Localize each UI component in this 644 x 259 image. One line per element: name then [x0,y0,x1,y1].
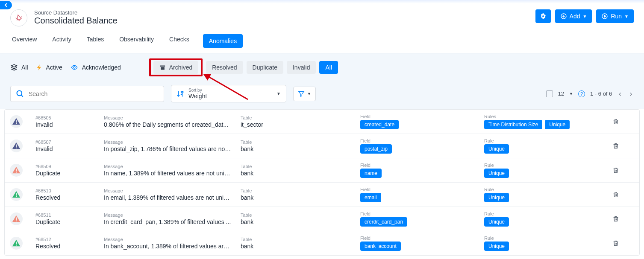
row-status: Resolved [35,194,104,201]
field-label: Field [360,236,484,241]
row-id: #68512 [35,237,104,242]
tab-overview[interactable]: Overview [10,36,38,53]
add-circle-icon [560,13,567,20]
trash-icon [612,215,619,223]
collapse-panel-tab[interactable] [0,1,12,9]
row-status: Duplicate [35,218,104,225]
rule-label: Rule [484,138,612,143]
page-prev[interactable]: ‹ [617,88,623,99]
table-label: Table [241,237,360,242]
toolbar: Sort by Weight ▼ ▼ 12 ▼ ? 1 - 6 of 6 ‹ › [0,81,644,109]
row-id: #68510 [35,188,104,193]
sort-dropdown[interactable]: Sort by Weight ▼ [171,85,286,102]
search-input[interactable] [29,90,159,97]
field-chip[interactable]: bank_account [360,242,401,251]
chevron-down-icon[interactable]: ▼ [569,92,573,96]
table-row[interactable]: #68509 Duplicate Message In name, 1.389%… [5,158,639,183]
filter-pill-resolved[interactable]: Resolved [206,61,243,74]
search-input-wrapper[interactable] [10,86,164,102]
sort-value: Weight [188,93,207,99]
table-label: Table [241,212,360,218]
svg-point-4 [16,123,17,124]
row-status: Duplicate [35,170,104,177]
rule-chip[interactable]: Unique [545,120,570,129]
chevron-down-icon: ▼ [307,92,311,96]
rule-chip[interactable]: Unique [484,242,509,251]
funnel-icon [298,90,305,97]
select-all-checkbox[interactable] [546,90,553,97]
field-label: Field [360,211,484,216]
eye-icon [70,64,79,71]
filter-pill-all[interactable]: All [319,61,338,74]
delete-button[interactable] [612,118,638,125]
delete-button[interactable] [612,166,638,174]
row-table: bank [241,146,360,152]
bolt-icon [36,64,43,71]
delete-button[interactable] [612,215,638,223]
rule-chip[interactable]: Unique [484,193,509,202]
svg-point-5 [16,147,17,148]
tab-activity[interactable]: Activity [50,36,73,53]
filter-pill-duplicate[interactable]: Duplicate [247,61,283,74]
table-row[interactable]: #68507 Invalid Message In postal_zip, 1.… [5,134,639,158]
delete-button[interactable] [612,191,638,198]
field-label: Field [360,187,484,192]
table-row[interactable]: #68510 Resolved Message In email, 1.389%… [5,183,639,207]
page-next[interactable]: › [628,88,634,99]
tab-observability[interactable]: Observability [118,36,156,53]
tab-checks[interactable]: Checks [168,36,191,53]
field-chip[interactable]: email [360,193,381,202]
message-label: Message [104,237,241,242]
search-icon [16,90,24,98]
chevron-down-icon: ▼ [583,14,587,19]
status-icon [10,164,23,177]
field-chip[interactable]: postal_zip [360,144,392,154]
help-icon[interactable]: ? [578,90,585,97]
rule-label: Rule [484,163,612,168]
rule-label: Rule [484,211,612,216]
delete-button[interactable] [612,239,638,247]
rule-label: Rules [484,114,612,119]
svg-point-2 [74,67,75,68]
trash-icon [612,142,619,150]
chevron-down-icon: ▼ [276,91,281,96]
row-status: Resolved [35,243,104,250]
row-id: #68505 [35,115,104,120]
page-size[interactable]: 12 [558,90,564,97]
row-message: In name, 1.389% of filtered values are n… [104,170,232,177]
table-row[interactable]: #68505 Invalid Message 0.806% of the Dai… [5,110,639,134]
header-subtitle: Source Datastore [34,9,535,16]
filter-acknowledged[interactable]: Acknowledged [70,64,121,71]
row-table: bank [241,243,360,250]
datastore-logo [10,9,27,26]
table-row[interactable]: #68512 Resolved Message In bank_account,… [5,231,639,255]
trash-icon [612,239,619,247]
tab-tables[interactable]: Tables [85,36,106,53]
field-chip[interactable]: crerdit_card_pan [360,217,407,227]
delete-button[interactable] [612,142,638,150]
rule-chip[interactable]: Unique [484,169,509,178]
field-chip[interactable]: created_date [360,120,399,129]
rule-chip[interactable]: Unique [484,217,509,227]
add-button[interactable]: Add ▼ [555,9,592,23]
filter-all[interactable]: All [10,64,28,71]
filter-ack-label: Acknowledged [82,64,121,71]
message-label: Message [104,115,241,120]
rule-chip[interactable]: Time Distribution Size [484,120,542,129]
row-table: bank [241,170,360,177]
settings-button[interactable] [535,9,551,23]
rule-chip[interactable]: Unique [484,144,509,154]
filter-button[interactable]: ▼ [293,87,316,101]
filter-pill-archived[interactable]: Archived [153,61,198,74]
table-row[interactable]: #68511 Duplicate Message In crerdit_card… [5,207,639,231]
row-status: Invalid [35,146,104,152]
filter-active[interactable]: Active [36,64,62,71]
tab-anomalies[interactable]: Anomalies [203,34,243,48]
run-button[interactable]: Run ▼ [596,9,634,23]
table-label: Table [241,164,360,169]
filter-pill-invalid[interactable]: Invalid [287,61,316,74]
archived-label: Archived [169,64,192,71]
rule-label: Rule [484,187,612,192]
message-label: Message [104,164,241,169]
field-chip[interactable]: name [360,169,382,178]
